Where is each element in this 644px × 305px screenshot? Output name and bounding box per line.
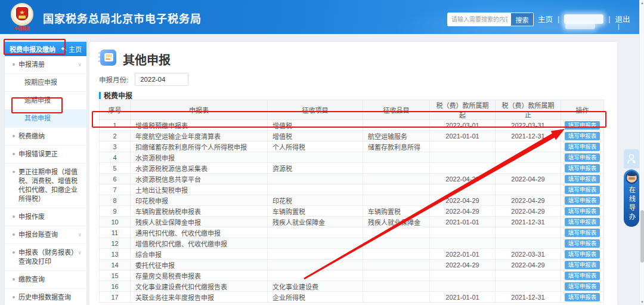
fill-form-button[interactable]: 填写申报表 bbox=[565, 282, 600, 291]
cell-form: 水资源税申报 bbox=[131, 152, 268, 163]
table-row: 16 文化事业建设费代扣代缴报告表 文化事业建设费 填写申报表 bbox=[100, 281, 604, 292]
cell-period-start: 2022-03-01 bbox=[430, 120, 496, 131]
scrollbar-thumb[interactable] bbox=[640, 210, 644, 263]
table-row: 9 车辆购置税纳税申报表 车辆购置税 车辆购置税 2022-04-29 2022… bbox=[100, 206, 604, 217]
fill-form-button[interactable]: 填写申报表 bbox=[565, 239, 600, 248]
fill-form-button[interactable]: 填写申报表 bbox=[565, 261, 600, 269]
sidebar-item[interactable]: 缴款查询 ∨ bbox=[5, 271, 86, 289]
separator: | bbox=[608, 15, 610, 23]
fill-form-button[interactable]: 填写申报表 bbox=[565, 293, 600, 301]
sidebar-item[interactable]: 税费缴纳 ∨ bbox=[5, 128, 86, 146]
home-link[interactable]: 主页 bbox=[538, 13, 553, 24]
cell-item bbox=[363, 120, 430, 131]
cell-period-end bbox=[496, 227, 561, 238]
fill-form-button[interactable]: 填写申报表 bbox=[565, 229, 600, 237]
table-row: 17 关联业务往来年度报告申报 企业所得税 2021-01-01 2021-12… bbox=[100, 292, 604, 303]
fill-form-button[interactable]: 填写申报表 bbox=[565, 218, 600, 226]
sidebar-item[interactable]: 申报作废 ∨ bbox=[5, 208, 86, 226]
logout-link[interactable]: 退出 bbox=[615, 13, 630, 24]
col-header-index: 序号 bbox=[100, 100, 131, 120]
sidebar-item[interactable]: 更正往期申报（增值税、消费税、增值税代扣代缴、扣缴企业所得税） ∨ bbox=[5, 164, 86, 208]
fill-form-button[interactable]: 填写申报表 bbox=[565, 272, 600, 280]
sidebar-item-label: 历史申报数据查询 bbox=[18, 293, 71, 302]
search-button[interactable]: 搜索 bbox=[511, 13, 533, 26]
fill-form-button[interactable]: 填写申报表 bbox=[565, 207, 600, 215]
fill-form-button[interactable]: 填写申报表 bbox=[565, 196, 600, 205]
bullet-icon bbox=[13, 215, 15, 218]
month-input[interactable] bbox=[135, 73, 188, 86]
fill-form-button[interactable]: 填写申报表 bbox=[565, 132, 600, 140]
sidebar-home-label: 主页 bbox=[69, 44, 82, 54]
sidebar-item[interactable]: 历史申报数据查询 ∨ bbox=[5, 289, 86, 305]
sidebar-home-button[interactable]: 主页 bbox=[61, 44, 82, 54]
top-links: 主页 | | 退出 bbox=[538, 13, 630, 24]
sidebar-item-label: 税费缴纳 bbox=[18, 132, 45, 141]
cell-project bbox=[268, 152, 363, 163]
cell-period-start: 2021-01-01 bbox=[430, 131, 496, 141]
sidebar-item[interactable]: 申报错误更正 ∨ bbox=[5, 146, 86, 164]
sidebar-item-label: 申报作废 bbox=[18, 212, 45, 221]
sidebar-item-label: 缴款查询 bbox=[18, 275, 45, 284]
fill-form-button[interactable]: 填写申报表 bbox=[565, 143, 600, 151]
scroll-up-icon[interactable]: ▲ bbox=[640, 1, 644, 5]
table-header-row: 序号 申报表 征收项目 征收品目 税（费）款所属期起 税（费）款所属期止 操作 bbox=[100, 100, 604, 120]
cell-project: 个人所得税 bbox=[268, 141, 363, 152]
fill-form-button[interactable]: 填写申报表 bbox=[565, 186, 600, 194]
cell-item bbox=[363, 260, 430, 270]
cell-index: 4 bbox=[100, 152, 131, 163]
cell-form: 增值税代扣代缴、代收代缴申报 bbox=[131, 238, 268, 249]
cell-project bbox=[268, 260, 363, 270]
cell-index: 15 bbox=[100, 270, 131, 281]
cell-form: 通用代扣代缴、代收代缴申报 bbox=[131, 227, 268, 238]
cell-form: 印花税申报 bbox=[131, 195, 268, 206]
cell-project bbox=[268, 184, 363, 195]
bullet-icon bbox=[13, 63, 15, 66]
page-scrollbar[interactable]: ▲ ▼ bbox=[639, 0, 644, 305]
cell-index: 1 bbox=[100, 120, 131, 131]
table-row: 4 水资源税申报 填写申报表 bbox=[100, 152, 604, 163]
bullet-icon bbox=[13, 251, 15, 254]
cell-item bbox=[363, 195, 430, 206]
sidebar-item[interactable]: 申报清册 ∨ bbox=[5, 56, 86, 74]
cell-project bbox=[268, 174, 363, 184]
floating-widget: 在线导办 bbox=[624, 149, 639, 227]
fill-form-button[interactable]: 填写申报表 bbox=[565, 175, 600, 183]
sidebar-item[interactable]: 申报台账查询 ∨ bbox=[5, 226, 86, 244]
fill-form-button[interactable]: 填写申报表 bbox=[565, 153, 600, 162]
cell-index: 9 bbox=[100, 206, 131, 217]
scroll-down-icon[interactable]: ▼ bbox=[640, 300, 644, 304]
fill-form-button[interactable]: 填写申报表 bbox=[565, 121, 600, 130]
cell-period-end: 2021-12-31 bbox=[496, 131, 561, 141]
table-row: 5 水资源税税源信息采集表 资源税 填写申报表 bbox=[100, 163, 604, 174]
bullet-icon bbox=[13, 171, 15, 173]
cell-period-end: 2022-04-29 bbox=[496, 260, 561, 270]
section-title: 税费申报 bbox=[104, 90, 132, 100]
cell-item bbox=[363, 184, 430, 195]
cell-period-end bbox=[496, 184, 561, 195]
sidebar-title: 税费申报及缴纳 bbox=[10, 44, 55, 54]
search-input[interactable] bbox=[448, 13, 511, 26]
cell-item bbox=[363, 292, 430, 303]
sidebar-item[interactable]: 按期应申报 ∨ bbox=[5, 74, 86, 92]
cell-period-start: 2021-01-01 bbox=[430, 292, 496, 303]
month-label: 申报月份: bbox=[99, 75, 128, 84]
cell-item bbox=[363, 152, 430, 163]
fill-form-button[interactable]: 填写申报表 bbox=[565, 250, 600, 258]
cell-index: 10 bbox=[100, 217, 131, 227]
sidebar-item[interactable]: 其他申报 ∨ bbox=[5, 110, 86, 128]
sidebar-item[interactable]: 逾期申报 ∨ bbox=[5, 92, 86, 110]
cell-form: 车辆购置税纳税申报表 bbox=[131, 206, 268, 217]
online-guide-label: 在线导办 bbox=[628, 186, 636, 222]
cell-index: 3 bbox=[100, 141, 131, 152]
fill-form-button[interactable]: 填写申报表 bbox=[565, 164, 600, 172]
cell-period-start: 2022-04-29 bbox=[430, 174, 496, 184]
cell-period-end: 2022-04-29 bbox=[496, 206, 561, 217]
bullet-icon bbox=[13, 233, 15, 236]
cell-form: 水资源税信息共享平台 bbox=[131, 174, 268, 184]
chevron-down-icon: ∨ bbox=[75, 230, 82, 239]
cell-index: 6 bbox=[100, 174, 131, 184]
national-emblem-icon bbox=[11, 3, 33, 26]
sidebar-item[interactable]: 申报表（财务报表）查询及打印 ∨ bbox=[5, 244, 86, 271]
profile-shortcut-button[interactable] bbox=[624, 149, 639, 168]
online-guide-button[interactable]: 在线导办 bbox=[624, 170, 639, 227]
